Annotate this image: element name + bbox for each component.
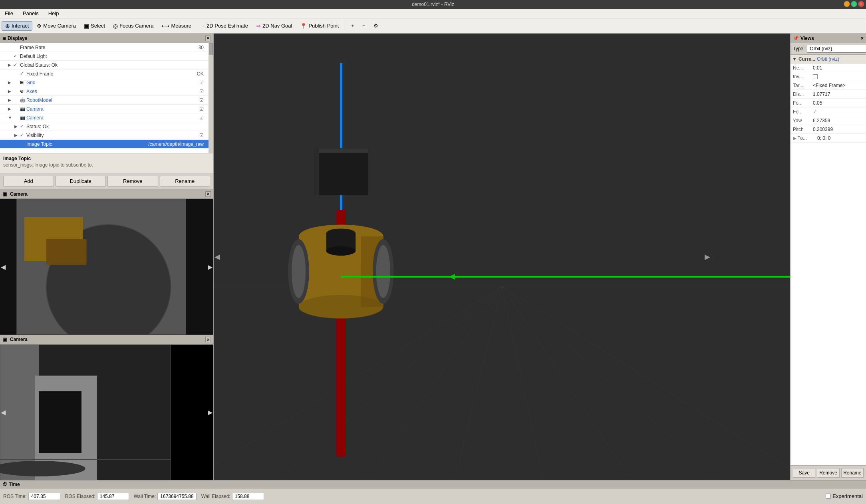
move-camera-button[interactable]: ✥ Move Camera: [33, 21, 79, 31]
views-expand-icon: ▼: [792, 56, 797, 62]
views-type-select[interactable]: Orbit (rviz) FPS (rviz) ThirdPersonFollo…: [807, 45, 866, 53]
publish-point-button[interactable]: 📍 Publish Point: [296, 21, 342, 31]
displays-scrollbar[interactable]: [209, 43, 213, 153]
views-row-target: Tar... <Fixed Frame>: [791, 81, 866, 90]
displays-header: ▣ Displays ×: [0, 34, 213, 43]
views-title: Views: [800, 36, 814, 41]
pose-estimate-button[interactable]: → 2D Pose Estimate: [196, 21, 252, 31]
display-row-camera1[interactable]: ▶ 📷 Camera ☑: [0, 105, 209, 113]
add-button[interactable]: Add: [3, 176, 54, 187]
display-row-default-light[interactable]: Default Light: [0, 52, 209, 61]
svg-rect-41: [314, 148, 319, 195]
ros-time-field: ROS Time: 407.35: [3, 493, 60, 500]
display-row-fixed-frame[interactable]: Fixed Frame OK: [0, 69, 209, 78]
views-save-button[interactable]: Save: [793, 468, 815, 478]
camera1-title: Camera: [10, 191, 28, 197]
titlebar: demo01.rviz* - RViz − □ ×: [0, 0, 866, 9]
toolbar-separator: [345, 20, 345, 32]
views-near-value: 0.01: [813, 65, 864, 71]
viewport-resize-left[interactable]: ◀: [215, 252, 220, 261]
display-row-camera2[interactable]: ▼ 📷 Camera ☑: [0, 113, 209, 122]
camera-panel-2: ▣ Camera ×: [0, 335, 213, 480]
views-remove-button[interactable]: Remove: [817, 468, 839, 478]
svg-rect-13: [0, 345, 39, 480]
close-button[interactable]: ×: [858, 1, 864, 7]
views-rename-button[interactable]: Rename: [841, 468, 864, 478]
camera2-close-button[interactable]: ×: [205, 337, 211, 342]
views-yaw-label: Yaw: [793, 118, 813, 123]
display-row-image-topic[interactable]: Image Topic /camera/depth/image_raw: [0, 140, 209, 149]
camera1-viewport[interactable]: ◀ ▶: [0, 199, 213, 335]
main-layout: ▣ Displays × Frame Rate 30: [0, 34, 866, 480]
interact-button[interactable]: ⊕ Interact: [2, 21, 32, 31]
nav-goal-button[interactable]: ⇒ 2D Nav Goal: [252, 21, 296, 31]
display-row-grid[interactable]: ▶ ⊞ Grid ☑: [0, 78, 209, 87]
views-row-focal3[interactable]: ▶ Fo... 0; 0; 0: [791, 134, 866, 143]
views-target-value: <Fixed Frame>: [813, 83, 864, 88]
display-row-visibility[interactable]: ▶ Visibility ☑: [0, 131, 209, 140]
display-tree: Frame Rate 30 Default Light: [0, 43, 209, 149]
pose-estimate-icon: →: [199, 23, 205, 29]
views-pitch-label: Pitch: [793, 127, 813, 132]
views-focal2-value: ✓: [813, 109, 864, 115]
camera-panel-1-header: ▣ Camera ×: [0, 189, 213, 199]
add-display-button[interactable]: +: [348, 21, 358, 30]
plus-icon: +: [351, 23, 354, 29]
minimize-button[interactable]: −: [844, 1, 850, 7]
experimental-field: Experimental: [826, 493, 863, 499]
right-panel: 📌 Views × Type: Orbit (rviz) FPS (rviz) …: [790, 34, 866, 480]
camera1-icon: ▣: [2, 191, 7, 197]
3d-scene: [214, 34, 790, 480]
info-section: Image Topic sensor_msgs::Image topic to …: [0, 153, 213, 173]
views-tree[interactable]: ▼ Curre... Orbit (rviz) Ne... 0.01 Inv..…: [791, 55, 866, 465]
displays-scroll[interactable]: Frame Rate 30 Default Light: [0, 43, 209, 153]
views-invert-label: Inv...: [793, 74, 813, 79]
rename-button[interactable]: Rename: [160, 176, 211, 187]
3d-viewport[interactable]: ◀ ▶: [214, 34, 790, 480]
resize-left-arrow[interactable]: ◀: [1, 263, 6, 270]
displays-close-button[interactable]: ×: [205, 36, 211, 41]
camera2-viewport[interactable]: ◀ ▶: [0, 345, 213, 480]
remove-button[interactable]: Remove: [107, 176, 158, 187]
views-current-section[interactable]: ▼ Curre... Orbit (rviz): [791, 55, 866, 63]
publish-point-icon: 📍: [300, 23, 307, 29]
views-row-invert: Inv...: [791, 72, 866, 81]
views-header: 📌 Views ×: [791, 34, 866, 43]
menubar: File Panels Help: [0, 9, 866, 18]
views-row-distance: Dis... 1.07717: [791, 90, 866, 99]
resize-right-2-arrow[interactable]: ▶: [208, 409, 213, 416]
display-row-robotmodel[interactable]: ▶ 🤖 RobotModel ☑: [0, 96, 209, 105]
ros-time-value: 407.35: [28, 493, 60, 500]
views-pin-icon: 📌: [793, 36, 799, 41]
display-row-global-status[interactable]: ▶ Global Status: Ok: [0, 61, 209, 69]
camera-panel-2-header: ▣ Camera ×: [0, 335, 213, 345]
menu-help[interactable]: Help: [45, 10, 62, 17]
resize-right-arrow[interactable]: ▶: [208, 263, 213, 270]
menu-panels[interactable]: Panels: [20, 10, 42, 17]
svg-rect-40: [314, 148, 368, 153]
menu-file[interactable]: File: [2, 10, 16, 17]
views-close-button[interactable]: ×: [861, 36, 864, 41]
display-row-axes[interactable]: ▶ ⊕ Axes ☑: [0, 87, 209, 96]
remove-display-button[interactable]: −: [359, 21, 369, 30]
info-description: sensor_msgs::Image topic to subscribe to…: [3, 162, 210, 168]
time-panel-icon: ⏱: [2, 482, 7, 487]
duplicate-button[interactable]: Duplicate: [56, 176, 106, 187]
experimental-checkbox[interactable]: [826, 494, 831, 499]
measure-button[interactable]: ⟷ Measure: [158, 21, 195, 31]
maximize-button[interactable]: □: [851, 1, 857, 7]
display-row-status-ok[interactable]: ▶ Status: Ok: [0, 122, 209, 131]
settings-button[interactable]: ⚙: [370, 21, 382, 30]
camera1-close-button[interactable]: ×: [205, 191, 211, 197]
window-title: demo01.rviz* - RViz: [412, 2, 454, 7]
wall-time-label: Wall Time:: [134, 494, 156, 499]
display-row-frame-rate[interactable]: Frame Rate 30: [0, 43, 209, 52]
views-row-pitch: Pitch 0.200399: [791, 125, 866, 134]
select-button[interactable]: ▣ Select: [80, 21, 109, 31]
camera2-icon: ▣: [2, 337, 7, 342]
resize-left-2-arrow[interactable]: ◀: [1, 409, 6, 416]
viewport-resize-right[interactable]: ▶: [705, 252, 710, 261]
views-pitch-value: 0.200399: [813, 127, 864, 132]
focus-camera-button[interactable]: ◎ Focus Camera: [109, 21, 157, 31]
focus-camera-icon: ◎: [113, 23, 118, 29]
